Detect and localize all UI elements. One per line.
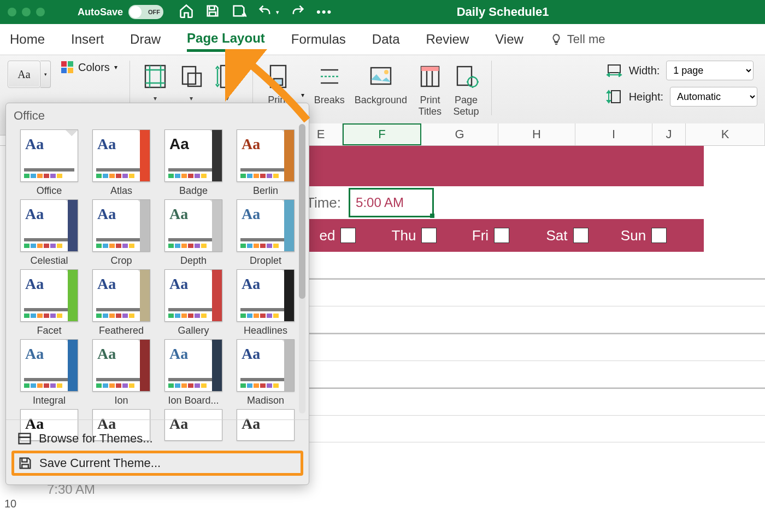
theme-ion-board-[interactable]: AaIon Board... bbox=[159, 339, 228, 409]
day-thu[interactable]: Thu▾ bbox=[376, 219, 452, 252]
theme-label: Feathered bbox=[99, 325, 144, 336]
theme-crop[interactable]: AaCrop bbox=[87, 199, 156, 269]
theme-label: Celestial bbox=[30, 255, 68, 267]
palette-icon bbox=[61, 61, 74, 74]
autosave-toggle[interactable]: OFF bbox=[128, 5, 163, 19]
tell-me[interactable]: Tell me bbox=[550, 32, 605, 46]
folder-icon bbox=[17, 431, 32, 446]
theme-gallery[interactable]: AaGallery bbox=[159, 269, 228, 339]
orientation-button[interactable]: ▾ bbox=[178, 61, 204, 102]
theme-facet[interactable]: AaFacet bbox=[15, 269, 84, 339]
page-setup-button[interactable]: Page Setup bbox=[453, 61, 479, 117]
annotation-arrow bbox=[225, 49, 323, 126]
width-select[interactable]: 1 page bbox=[666, 61, 754, 80]
theme-depth[interactable]: AaDepth bbox=[159, 199, 228, 269]
chevron-down-icon[interactable]: ▾ bbox=[340, 228, 356, 243]
theme-badge[interactable]: AaBadge bbox=[159, 129, 228, 199]
day-sun[interactable]: Sun▾ bbox=[605, 219, 682, 252]
undo-icon[interactable] bbox=[257, 3, 273, 21]
tab-home[interactable]: Home bbox=[10, 28, 45, 50]
height-icon bbox=[606, 88, 622, 105]
chevron-down-icon[interactable]: ▾ bbox=[494, 228, 509, 243]
width-label: Width: bbox=[629, 64, 660, 77]
lightbulb-icon bbox=[550, 33, 563, 46]
more-icon[interactable]: ••• bbox=[316, 5, 332, 19]
colors-button[interactable]: Colors▾ bbox=[61, 61, 117, 74]
theme-label: Facet bbox=[37, 325, 61, 336]
title-bar: AutoSave OFF ▾ ••• Daily Schedule1 bbox=[0, 0, 765, 24]
svg-point-25 bbox=[468, 77, 478, 87]
theme-atlas[interactable]: AaAtlas bbox=[87, 129, 156, 199]
background-button[interactable]: Background bbox=[355, 61, 407, 106]
theme-office[interactable]: AaOffice bbox=[15, 129, 84, 199]
tab-view[interactable]: View bbox=[495, 28, 523, 50]
tab-insert[interactable]: Insert bbox=[71, 28, 104, 50]
theme-madison[interactable]: AaMadison bbox=[231, 339, 300, 409]
col-header[interactable]: J bbox=[652, 123, 686, 145]
tab-draw[interactable]: Draw bbox=[130, 28, 161, 50]
tab-page-layout[interactable]: Page Layout bbox=[187, 27, 265, 52]
height-select[interactable]: Automatic bbox=[670, 87, 757, 107]
start-time-cell[interactable]: 5:00 AM bbox=[349, 188, 434, 217]
svg-rect-21 bbox=[421, 67, 439, 71]
svg-rect-26 bbox=[608, 65, 620, 73]
print-titles-button[interactable]: Print Titles bbox=[417, 61, 443, 117]
day-sat[interactable]: Sat▾ bbox=[529, 219, 605, 252]
zoom-window[interactable] bbox=[36, 8, 45, 16]
col-header-selected[interactable]: F bbox=[343, 123, 421, 145]
save-current-theme[interactable]: Save Current Theme... bbox=[11, 451, 303, 476]
svg-rect-9 bbox=[183, 67, 196, 84]
col-header[interactable]: K bbox=[686, 123, 765, 145]
browse-themes[interactable]: Browse for Themes... bbox=[11, 427, 303, 451]
svg-rect-29 bbox=[19, 438, 31, 444]
chevron-down-icon[interactable]: ▾ bbox=[573, 228, 589, 243]
theme-feathered[interactable]: AaFeathered bbox=[87, 269, 156, 339]
chevron-down-icon[interactable]: ▾ bbox=[651, 228, 667, 243]
document-title: Daily Schedule1 bbox=[393, 5, 612, 19]
close-window[interactable] bbox=[8, 8, 16, 16]
theme-label: Ion Board... bbox=[168, 395, 219, 406]
chevron-down-icon[interactable]: ▾ bbox=[421, 228, 437, 243]
theme-label: Badge bbox=[179, 185, 208, 197]
save-icon bbox=[17, 456, 33, 471]
col-header[interactable]: H bbox=[498, 123, 575, 145]
quick-access-toolbar: ▾ ••• bbox=[179, 3, 332, 21]
margins-button[interactable]: ▾ bbox=[142, 61, 168, 102]
tab-formulas[interactable]: Formulas bbox=[291, 28, 346, 50]
theme-droplet[interactable]: AaDroplet bbox=[231, 199, 300, 269]
ribbon-tabs: Home Insert Draw Page Layout Formulas Da… bbox=[0, 24, 765, 55]
save-icon[interactable] bbox=[205, 3, 220, 21]
scrollbar[interactable] bbox=[299, 124, 305, 413]
width-icon bbox=[606, 64, 622, 77]
minimize-window[interactable] bbox=[22, 8, 31, 16]
theme-celestial[interactable]: AaCelestial bbox=[15, 199, 84, 269]
theme-label: Ion bbox=[114, 395, 128, 406]
home-icon[interactable] bbox=[179, 3, 194, 21]
window-controls[interactable] bbox=[8, 8, 45, 16]
save-as-icon[interactable] bbox=[231, 3, 246, 21]
theme-label: Integral bbox=[33, 395, 66, 406]
svg-rect-24 bbox=[457, 67, 472, 85]
theme-label: Droplet bbox=[250, 255, 281, 267]
autosave-label: AutoSave bbox=[78, 7, 123, 18]
undo-dropdown[interactable]: ▾ bbox=[276, 9, 279, 16]
theme-label: Crop bbox=[110, 255, 132, 267]
theme-headlines[interactable]: AaHeadlines bbox=[231, 269, 300, 339]
col-header[interactable]: I bbox=[575, 123, 652, 145]
tab-review[interactable]: Review bbox=[426, 28, 469, 50]
themes-dropdown: Office AaOfficeAaAtlasAaBadgeAaBerlinAaC… bbox=[5, 103, 309, 485]
day-fri[interactable]: Fri▾ bbox=[452, 219, 529, 252]
col-header[interactable]: G bbox=[421, 123, 498, 145]
redo-icon[interactable] bbox=[290, 3, 305, 21]
theme-integral[interactable]: AaIntegral bbox=[15, 339, 84, 409]
themes-button[interactable]: Aa▾ bbox=[8, 61, 51, 88]
svg-rect-0 bbox=[61, 61, 67, 67]
theme-label: Atlas bbox=[110, 185, 132, 197]
theme-ion[interactable]: AaIon bbox=[87, 339, 156, 409]
svg-rect-1 bbox=[68, 61, 73, 67]
tab-data[interactable]: Data bbox=[372, 28, 400, 50]
svg-rect-2 bbox=[61, 68, 67, 73]
day-wed[interactable]: ed▾ bbox=[299, 219, 376, 252]
theme-berlin[interactable]: AaBerlin bbox=[231, 129, 300, 199]
row-number[interactable]: 10 bbox=[4, 498, 16, 510]
